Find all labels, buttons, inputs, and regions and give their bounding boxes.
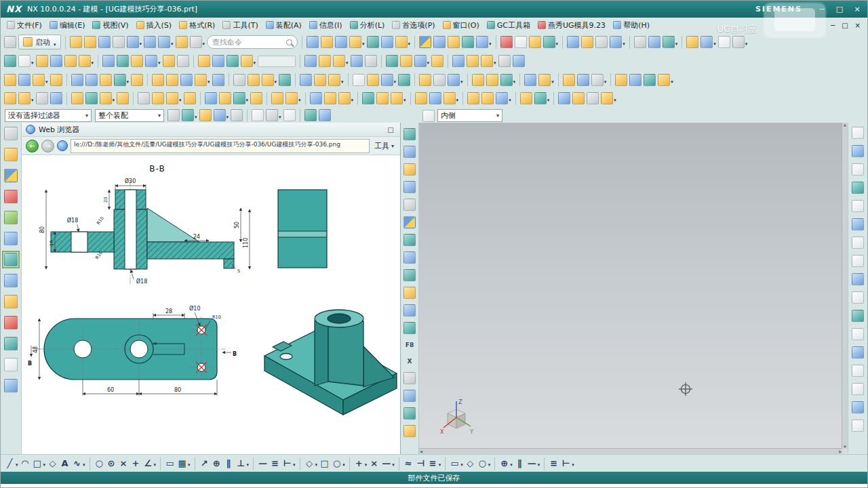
toolbar-icon[interactable] — [100, 74, 112, 86]
toolbar-icon[interactable] — [403, 269, 416, 281]
toolbar-icon[interactable] — [300, 74, 312, 86]
toolbar-icon[interactable] — [212, 55, 224, 67]
toolbar-icon[interactable]: ▾ — [18, 92, 34, 104]
toolbar-icon[interactable] — [563, 74, 575, 86]
toolbar-icon[interactable] — [415, 92, 427, 104]
toolbar-icon[interactable]: ▾ — [534, 92, 550, 104]
toolbar-icon[interactable] — [152, 74, 164, 86]
toolbar-icon[interactable] — [131, 55, 143, 67]
toolbar-icon[interactable] — [335, 36, 347, 48]
toolbar-icon[interactable]: ▾ — [241, 55, 256, 67]
toolbar-icon[interactable] — [433, 74, 446, 86]
toolbar-icon[interactable] — [595, 36, 608, 48]
tool-icon[interactable]: — — [258, 458, 268, 469]
toolbar-icon[interactable]: ▾ — [476, 36, 492, 48]
toolbar-icon[interactable] — [64, 55, 77, 67]
toolbar-icon[interactable] — [353, 74, 365, 86]
toolbar-icon[interactable] — [102, 55, 115, 67]
toolbar-icon[interactable] — [381, 36, 393, 48]
tool-icon[interactable]: ⊢▾ — [282, 458, 296, 469]
toolbar-icon[interactable] — [4, 169, 18, 182]
toolbar-icon[interactable] — [644, 74, 656, 86]
toolbar-icon[interactable] — [472, 74, 484, 86]
toolbar-icon[interactable] — [231, 109, 243, 121]
graphics-viewport[interactable]: Z X Y ▲ ▼ ◀ ▶ — [419, 123, 848, 454]
toolbar-icon[interactable] — [85, 92, 98, 104]
toolbar-icon[interactable] — [852, 291, 864, 304]
toolbar-icon[interactable]: ▾ — [195, 74, 210, 86]
toolbar-icon[interactable] — [615, 74, 627, 86]
float-panel-button[interactable]: □ — [385, 125, 396, 134]
toolbar-icon[interactable] — [4, 211, 18, 224]
toolbar-icon[interactable] — [634, 36, 646, 48]
vertical-scrollbar[interactable]: ▲ ▼ — [842, 123, 848, 449]
toolbar-icon[interactable] — [4, 190, 18, 203]
toolbar-icon[interactable] — [4, 148, 18, 161]
toolbar-icon[interactable] — [520, 92, 532, 104]
toolbar-icon[interactable] — [324, 92, 336, 104]
toolbar-icon[interactable] — [852, 200, 864, 212]
toolbar-icon[interactable]: ▾ — [349, 36, 365, 48]
tool-icon[interactable]: ⊕ — [212, 458, 222, 469]
toolbar-icon[interactable] — [70, 36, 82, 48]
menu-item[interactable]: 信息(I) — [306, 20, 346, 31]
start-menu-button[interactable]: 启动 ▾ — [18, 35, 61, 49]
toolbar-icon[interactable] — [4, 295, 18, 308]
toolbar-icon[interactable] — [558, 92, 570, 104]
toolbar-icon[interactable] — [250, 92, 262, 104]
toolbar-icon[interactable]: ▾ — [414, 55, 430, 67]
toolbar-icon[interactable] — [852, 273, 864, 285]
scroll-up-icon[interactable]: ▲ — [844, 123, 846, 127]
toolbar-icon[interactable]: ▾ — [190, 36, 205, 48]
toolbar-icon[interactable] — [577, 74, 589, 86]
tool-icon[interactable]: ⊕▾ — [499, 458, 513, 469]
tool-icon[interactable]: ▭ — [165, 458, 175, 469]
toolbar-icon[interactable] — [307, 36, 319, 48]
tool-icon[interactable]: ↗ — [199, 458, 210, 469]
doc-restore-button[interactable]: □ — [842, 22, 848, 29]
scroll-right-icon[interactable]: ▶ — [839, 449, 842, 453]
tool-icon[interactable]: A — [60, 458, 70, 469]
toolbar-icon[interactable] — [403, 304, 416, 317]
toolbar-icon[interactable] — [513, 55, 525, 67]
toolbar-icon[interactable] — [403, 181, 416, 193]
toolbar-icon[interactable] — [304, 55, 317, 67]
toolbar-icon[interactable]: ▾ — [610, 36, 625, 48]
toolbar-icon[interactable] — [403, 146, 416, 158]
toolbar-icon[interactable] — [431, 55, 443, 67]
toolbar-icon[interactable] — [198, 55, 210, 67]
command-finder[interactable]: 查找命令 — [207, 35, 298, 49]
tool-icon[interactable]: ◇ — [465, 458, 475, 469]
tool-icon[interactable]: □ — [319, 458, 330, 469]
toolbar-icon[interactable] — [852, 365, 864, 377]
view-style-icon[interactable] — [422, 110, 435, 122]
toolbar-icon[interactable] — [403, 372, 416, 384]
toolbar-icon[interactable]: ▾ — [391, 92, 406, 104]
tool-icon[interactable]: ∠▾ — [143, 458, 157, 469]
tool-icon[interactable]: ⊙ — [106, 458, 117, 469]
toolbar-icon[interactable] — [152, 92, 164, 104]
tool-icon[interactable]: ○ — [94, 458, 104, 469]
toolbar-icon[interactable] — [4, 358, 18, 371]
toolbar-icon[interactable]: ▾ — [262, 74, 277, 86]
toolbar-icon[interactable] — [852, 163, 864, 176]
toolbar-icon[interactable] — [403, 199, 416, 211]
toolbar-icon[interactable] — [718, 36, 730, 48]
toolbar-icon[interactable] — [319, 55, 331, 67]
menu-item[interactable]: 装配(A) — [262, 20, 305, 31]
menu-item[interactable]: 插入(S) — [133, 20, 176, 31]
toolbar-icon[interactable]: ▾ — [701, 36, 716, 48]
tool-icon[interactable]: ∥ — [224, 458, 234, 469]
toolbar-icon[interactable] — [4, 379, 18, 392]
toolbar-icon[interactable] — [365, 55, 377, 67]
toolbar-icon[interactable] — [686, 36, 698, 48]
menu-item[interactable]: 格式(R) — [176, 20, 218, 31]
toolbar-icon[interactable] — [233, 74, 245, 86]
toolbar-icon[interactable] — [98, 36, 111, 48]
toolbar-icon[interactable] — [419, 74, 431, 86]
toolbar-icon[interactable] — [4, 74, 16, 86]
toolbar-icon[interactable] — [4, 92, 16, 104]
toolbar-icon[interactable] — [283, 109, 296, 121]
tool-icon[interactable]: ◇▾ — [304, 458, 318, 469]
toolbar-icon[interactable] — [50, 55, 62, 67]
